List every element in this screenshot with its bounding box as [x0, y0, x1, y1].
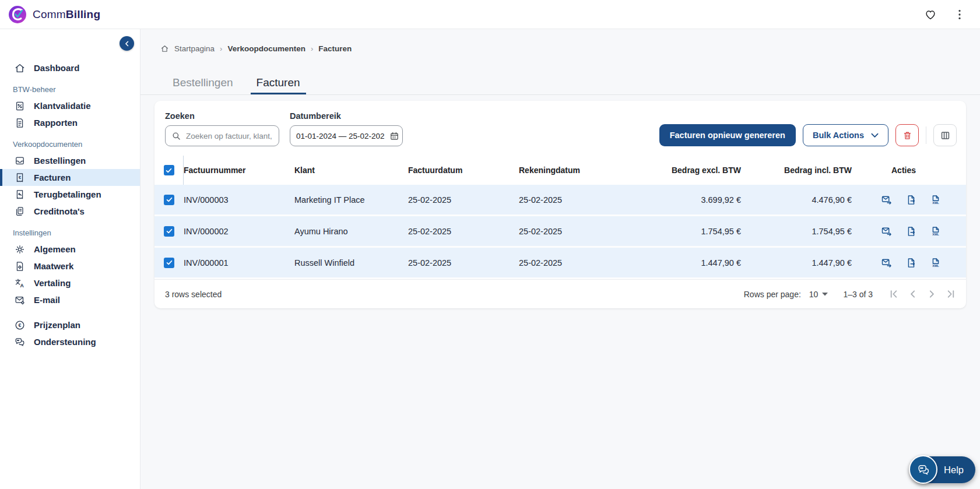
table-footer: 3 rows selected Rows per page: 10 1–3 of…: [154, 279, 966, 308]
column-header-factuurnummer[interactable]: Factuurnummer: [184, 166, 294, 175]
breadcrumb-home-icon[interactable]: [160, 44, 169, 53]
download-xml-icon[interactable]: XML: [930, 257, 942, 269]
breadcrumb-item[interactable]: Verkoopdocumenten: [227, 44, 305, 53]
tab-bestellingen[interactable]: Bestellingen: [171, 68, 234, 94]
sidebar-item-terugbetalingen[interactable]: Terugbetalingen: [0, 186, 140, 203]
sidebar-item-label: Terugbetalingen: [34, 189, 101, 199]
sidebar-item-rapporten[interactable]: Rapporten: [0, 114, 140, 131]
tab-facturen[interactable]: Facturen: [255, 68, 301, 94]
invoice-date-cell: 25-02-2025: [408, 195, 519, 205]
search-label: Zoeken: [165, 111, 279, 121]
sidebar-item-vertaling[interactable]: A Vertaling: [0, 275, 140, 291]
invoices-card: Zoeken Datumbereik 01-01-2024 — 25-02-20…: [154, 101, 966, 308]
sidebar-item-label: Prijzenplan: [34, 320, 80, 330]
credit-notes-icon: [14, 206, 26, 217]
sidebar-item-maatwerk[interactable]: Maatwerk: [0, 258, 140, 275]
bulk-actions-button[interactable]: Bulk Actions: [803, 124, 888, 146]
send-email-icon[interactable]: [881, 226, 893, 237]
table-row[interactable]: INV/000003 Marketing IT Place 25-02-2025…: [154, 185, 966, 216]
amount-incl-cell: 4.476,90 €: [755, 195, 866, 205]
help-button[interactable]: Help: [910, 456, 975, 483]
search-input[interactable]: [186, 132, 279, 140]
first-page-icon[interactable]: [888, 289, 899, 300]
sidebar-item-klantvalidatie[interactable]: Klantvalidatie: [0, 97, 140, 114]
sidebar-item-bestellingen[interactable]: Bestellingen: [0, 152, 140, 169]
brand-logo-icon: [8, 5, 27, 24]
sidebar-item-label: Ondersteuning: [34, 337, 96, 347]
column-header-bedrag-excl[interactable]: Bedrag excl. BTW: [656, 166, 755, 175]
daterange-input[interactable]: 01-01-2024 — 25-02-202: [290, 125, 403, 146]
trash-icon: [902, 130, 913, 141]
sidebar-item-label: Klantvalidatie: [34, 101, 91, 111]
breadcrumb-item[interactable]: Startpagina: [174, 44, 215, 53]
brand: CommBilling: [8, 5, 100, 24]
heart-icon[interactable]: [924, 8, 937, 21]
sidebar-collapse-button[interactable]: [120, 36, 134, 51]
svg-text:XML: XML: [932, 201, 939, 205]
column-header-factuurdatum[interactable]: Factuurdatum: [408, 166, 519, 175]
sidebar-item-label: Algemeen: [34, 244, 76, 254]
sidebar-item-label: E-mail: [34, 295, 60, 305]
search-field-group: Zoeken: [165, 111, 279, 146]
download-xml-icon[interactable]: XML: [930, 194, 942, 206]
sidebar-item-dashboard[interactable]: Dashboard: [0, 59, 140, 76]
column-settings-button[interactable]: [933, 124, 957, 146]
mail-settings-icon: [14, 294, 26, 306]
table-row[interactable]: INV/000002 Ayumu Hirano 25-02-2025 25-02…: [154, 216, 966, 248]
rows-selected-text: 3 rows selected: [165, 290, 222, 299]
column-header-acties: Acties: [866, 166, 966, 175]
report-document-icon: [14, 117, 26, 129]
breadcrumb-item[interactable]: Facturen: [318, 44, 352, 53]
gear-icon: [14, 244, 26, 255]
table-row[interactable]: INV/000001 Russell Winfield 25-02-2025 2…: [154, 248, 966, 279]
invoice-number-cell: INV/000003: [184, 195, 294, 205]
columns-icon: [940, 130, 951, 141]
translate-icon: A: [14, 277, 26, 289]
sidebar-item-prijzenplan[interactable]: € Prijzenplan: [0, 316, 140, 333]
row-checkbox[interactable]: [164, 258, 174, 268]
invoice-number-cell: INV/000002: [184, 227, 294, 236]
sidebar-item-algemeen[interactable]: Algemeen: [0, 241, 140, 258]
delete-button[interactable]: [895, 124, 919, 146]
client-cell: Ayumu Hirano: [294, 227, 408, 236]
export-document-icon[interactable]: [905, 226, 917, 237]
daterange-label: Datumbereik: [290, 111, 403, 121]
column-header-klant[interactable]: Klant: [294, 166, 408, 175]
sidebar-item-facturen[interactable]: € Facturen: [0, 169, 140, 186]
billing-date-cell: 25-02-2025: [519, 258, 656, 268]
column-header-rekeningdatum[interactable]: Rekeningdatum: [519, 166, 656, 175]
row-checkbox[interactable]: [164, 226, 174, 237]
download-xml-icon[interactable]: XML: [930, 226, 942, 237]
svg-text:A: A: [20, 282, 24, 288]
row-checkbox[interactable]: [164, 195, 174, 205]
help-label: Help: [944, 465, 964, 476]
topbar: CommBilling: [0, 0, 980, 29]
daterange-value: 01-01-2024 — 25-02-202: [296, 132, 385, 140]
help-chat-icon: [909, 455, 937, 484]
sidebar-item-label: Creditnota's: [34, 206, 85, 216]
next-page-icon[interactable]: [926, 289, 937, 300]
calendar-icon[interactable]: [389, 131, 399, 141]
receipt-percent-icon: [14, 100, 26, 112]
last-page-icon[interactable]: [946, 289, 957, 300]
regenerate-invoices-button[interactable]: Facturen opnieuw genereren: [659, 124, 796, 146]
kebab-menu-icon[interactable]: [953, 8, 966, 21]
support-chat-icon: [14, 336, 26, 348]
select-all-checkbox[interactable]: [164, 165, 174, 175]
send-email-icon[interactable]: [881, 194, 893, 206]
invoice-date-cell: 25-02-2025: [408, 258, 519, 268]
rows-per-page-select[interactable]: 10: [809, 290, 828, 299]
breadcrumb: Startpagina › Verkoopdocumenten › Factur…: [160, 44, 980, 53]
brand-name: CommBilling: [33, 8, 100, 21]
export-document-icon[interactable]: [905, 194, 917, 206]
euro-circle-icon: €: [14, 319, 26, 331]
export-document-icon[interactable]: [905, 257, 917, 269]
column-header-bedrag-incl[interactable]: Bedrag incl. BTW: [755, 166, 866, 175]
daterange-field-group: Datumbereik 01-01-2024 — 25-02-202: [290, 111, 403, 146]
sidebar-item-email[interactable]: E-mail: [0, 291, 140, 308]
sidebar-item-label: Maatwerk: [34, 261, 73, 271]
send-email-icon[interactable]: [881, 257, 893, 269]
sidebar-item-ondersteuning[interactable]: Ondersteuning: [0, 333, 140, 350]
sidebar-item-creditnotas[interactable]: Creditnota's: [0, 203, 140, 220]
previous-page-icon[interactable]: [907, 289, 918, 300]
